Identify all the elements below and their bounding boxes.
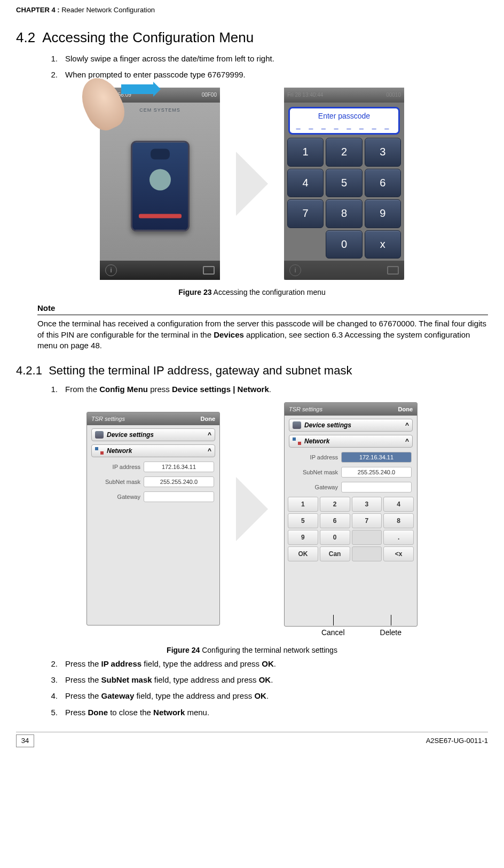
step-number: 3. <box>48 675 58 685</box>
transition-arrow-icon <box>236 477 268 541</box>
monitor-icon[interactable] <box>203 266 215 275</box>
passcode-panel: Enter passcode _ _ _ _ _ _ _ _ <box>288 107 400 135</box>
gateway-field[interactable] <box>144 491 214 502</box>
subnet-field[interactable]: 255.255.240.0 <box>144 476 214 487</box>
subnet-label: SubNet mask <box>290 468 338 476</box>
t: From the <box>65 385 99 394</box>
t: Press the <box>65 675 101 684</box>
chapter-label: CHAPTER 4 : <box>16 6 61 14</box>
t: Press the <box>65 659 101 668</box>
section-4-2-1-heading: 4.2.1 Setting the terminal IP address, g… <box>16 363 488 379</box>
key-3[interactable]: 3 <box>365 138 401 167</box>
figure-text: Accessing the configuration menu <box>212 288 326 296</box>
key-blank <box>352 530 382 545</box>
b: OK <box>254 691 266 700</box>
step-5: 5. Press Done to close the Network menu. <box>48 707 488 718</box>
section-label: Network <box>107 447 132 455</box>
b: Device settings | Network <box>172 385 269 394</box>
section-number: 4.2 <box>16 29 35 45</box>
network-section[interactable]: Network ^ <box>91 444 215 457</box>
step-text: Slowly swipe a finger across the date/ti… <box>65 53 274 64</box>
gateway-field[interactable] <box>341 482 412 492</box>
key-delete[interactable]: x <box>365 230 401 259</box>
ip-address-row: IP address 172.16.34.11 <box>92 462 214 472</box>
step-3: 3. Press the SubNet mask field, type add… <box>48 675 488 685</box>
note-body: Once the terminal has received a configu… <box>37 318 488 351</box>
key-7[interactable]: 7 <box>287 199 324 228</box>
b: OK <box>259 675 271 684</box>
subnet-field[interactable]: 255.255.240.0 <box>341 467 412 478</box>
b: Config Menu <box>99 385 148 394</box>
key-2[interactable]: 2 <box>320 497 350 512</box>
avatar-icon <box>149 169 171 191</box>
info-icon[interactable]: i <box>105 264 117 276</box>
key-7[interactable]: 7 <box>352 513 382 528</box>
key-9[interactable]: 9 <box>288 530 318 545</box>
key-backspace[interactable]: <x <box>383 546 414 561</box>
wrench-icon <box>95 431 104 439</box>
device-settings-section[interactable]: Device settings ^ <box>91 428 215 441</box>
steps-4-2: 1. Slowly swipe a finger across the date… <box>48 53 488 81</box>
key-0[interactable]: 0 <box>320 530 350 545</box>
t: menu. <box>185 708 209 717</box>
key-1[interactable]: 1 <box>288 497 318 512</box>
note-bold: Devices <box>214 330 244 339</box>
terminal-passcode-screen: Fri 28 13:40:44 00010 Enter passcode _ _… <box>284 88 404 280</box>
step-number: 5. <box>48 707 58 718</box>
device-settings-section[interactable]: Device settings ^ <box>289 419 413 432</box>
numeric-keypad: 1 2 3 4 5 6 7 8 9 0 x <box>287 138 401 259</box>
key-8[interactable]: 8 <box>326 199 362 228</box>
key-2[interactable]: 2 <box>326 138 362 167</box>
subnet-row: SubNet mask 255.255.240.0 <box>92 476 214 487</box>
gateway-row: Gateway <box>290 482 412 492</box>
ip-label: IP address <box>92 463 140 471</box>
figure-text: Configuring the terminal network setting… <box>200 646 337 654</box>
key-4[interactable]: 4 <box>287 169 324 198</box>
key-8[interactable]: 8 <box>383 513 414 528</box>
key-cancel[interactable]: Can <box>320 546 350 561</box>
step-2: 2. Press the IP address field, type the … <box>48 659 488 669</box>
section-label: Device settings <box>107 431 154 439</box>
delete-annotation: Delete <box>380 628 401 638</box>
key-3[interactable]: 3 <box>352 497 382 512</box>
step-number: 2. <box>48 659 58 669</box>
ip-keypad: 1 2 3 4 5 6 7 8 9 0 . OK Can <x <box>288 497 414 561</box>
section-title: Accessing the Configuration Menu <box>42 29 254 45</box>
t: Press the <box>65 691 101 700</box>
done-button[interactable]: Done <box>398 405 413 413</box>
key-ok[interactable]: OK <box>288 546 318 561</box>
tsr-header: TSR settings Done <box>87 412 219 425</box>
network-section[interactable]: Network ^ <box>289 435 413 448</box>
key-1[interactable]: 1 <box>287 138 324 167</box>
key-4[interactable]: 4 <box>383 497 414 512</box>
key-9[interactable]: 9 <box>365 199 401 228</box>
card-strip-icon <box>139 214 182 218</box>
transition-arrow-icon <box>236 152 268 216</box>
status-code: 00F00 <box>202 91 217 99</box>
note-rule <box>37 315 488 315</box>
step-2: 2. When prompted to enter passcode type … <box>48 69 488 80</box>
step-number: 1. <box>48 384 58 395</box>
ip-address-field[interactable]: 172.16.34.11 <box>144 462 214 472</box>
key-dot[interactable]: . <box>383 530 414 545</box>
key-0[interactable]: 0 <box>326 230 362 259</box>
step-number: 4. <box>48 691 58 701</box>
ip-address-field-selected[interactable]: 172.16.34.11 <box>341 452 412 463</box>
subnet-label: SubNet mask <box>92 478 140 486</box>
done-button[interactable]: Done <box>201 415 216 423</box>
b: Gateway <box>101 691 135 700</box>
tsr-header: TSR settings Done <box>285 403 417 416</box>
steps-4-2-1-intro: 1. From the Config Menu press Device set… <box>48 384 488 395</box>
key-5[interactable]: 5 <box>288 513 318 528</box>
key-5[interactable]: 5 <box>326 169 362 198</box>
t: . <box>274 659 276 668</box>
section-4-2-heading: 4.2 Accessing the Configuration Menu <box>16 28 488 47</box>
chevron-up-icon: ^ <box>208 447 211 455</box>
step-1: 1. From the Config Menu press Device set… <box>48 384 488 395</box>
steps-4-2-1-rest: 2. Press the IP address field, type the … <box>48 659 488 718</box>
key-6[interactable]: 6 <box>320 513 350 528</box>
section-label: Device settings <box>304 421 351 429</box>
passcode-placeholder: _ _ _ _ _ _ _ _ <box>296 120 392 130</box>
bottom-bar: i <box>100 261 220 280</box>
key-6[interactable]: 6 <box>365 169 401 198</box>
